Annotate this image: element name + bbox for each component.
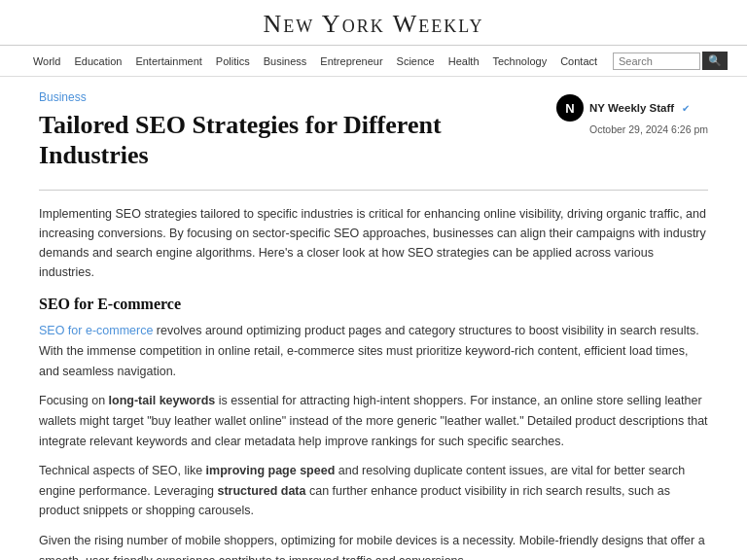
article-title: Tailored SEO Strategies for Different In… <box>39 110 537 170</box>
site-title: New York Weekly <box>0 10 747 39</box>
author-date: October 29, 2024 6:26 pm <box>589 123 708 135</box>
article-intro: Implementing SEO strategies tailored to … <box>39 204 708 282</box>
nav-link-entertainment[interactable]: Entertainment <box>135 55 201 67</box>
author-name: NY Weekly Staff <box>589 102 674 114</box>
nav-link-entrepreneur[interactable]: Entrepreneur <box>320 55 382 67</box>
author-checkmark: ✔ <box>682 103 690 114</box>
search-input[interactable] <box>613 52 700 70</box>
nav-link-technology[interactable]: Technology <box>493 55 548 67</box>
nav-link-world[interactable]: World <box>33 55 61 67</box>
nav-link-science[interactable]: Science <box>397 55 435 67</box>
nav-link-contact[interactable]: Contact <box>560 55 597 67</box>
nav-links: WorldEducationEntertainmentPoliticsBusin… <box>19 55 611 67</box>
nav-link-health[interactable]: Health <box>448 55 480 67</box>
search-button[interactable]: 🔍 <box>702 52 728 70</box>
top-row: Business Tailored SEO Strategies for Dif… <box>39 90 708 180</box>
ecommerce-link[interactable]: SEO for e-commerce <box>39 324 153 337</box>
article-divider <box>39 190 708 191</box>
article-para-ecommerce-1: SEO for e-commerce revolves around optim… <box>39 321 708 381</box>
nav-link-politics[interactable]: Politics <box>216 55 250 67</box>
article-para-ecommerce-4: Given the rising number of mobile shoppe… <box>39 531 708 560</box>
article-para-ecommerce-2: Focusing on long-tail keywords is essent… <box>39 391 708 451</box>
article-container: Business Tailored SEO Strategies for Dif… <box>0 77 747 560</box>
article-category[interactable]: Business <box>39 90 537 104</box>
search-container: 🔍 <box>613 52 728 70</box>
nav-link-education[interactable]: Education <box>74 55 122 67</box>
author-avatar-row: N NY Weekly Staff✔ <box>556 94 690 122</box>
author-avatar: N <box>556 94 584 122</box>
section-heading-ecommerce: SEO for E-commerce <box>39 296 708 313</box>
article-para-ecommerce-3: Technical aspects of SEO, like improving… <box>39 461 708 521</box>
nav-link-business[interactable]: Business <box>264 55 307 67</box>
article-main: Business Tailored SEO Strategies for Dif… <box>39 90 708 560</box>
author-block: N NY Weekly Staff✔ October 29, 2024 6:26… <box>556 90 708 135</box>
title-area: Business Tailored SEO Strategies for Dif… <box>39 90 537 180</box>
site-header: New York Weekly <box>0 0 747 46</box>
nav-bar: WorldEducationEntertainmentPoliticsBusin… <box>0 46 747 77</box>
